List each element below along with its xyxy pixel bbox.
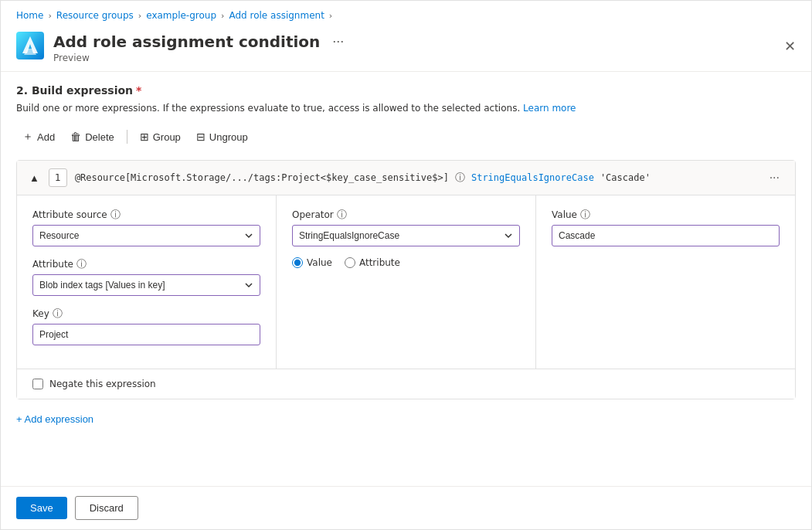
toolbar-divider bbox=[127, 130, 127, 144]
panel-header: Add role assignment condition ··· Previe… bbox=[1, 27, 811, 72]
attribute-group: Attribute ⓘ Blob index tags [Values in k… bbox=[32, 257, 260, 296]
value-label-text: Value bbox=[552, 209, 577, 220]
attribute-select[interactable]: Blob index tags [Values in key] Blob ind… bbox=[32, 274, 260, 296]
main-panel: Home › Resource groups › example-group ›… bbox=[0, 0, 812, 530]
breadcrumb-sep-2: › bbox=[138, 11, 141, 21]
key-group: Key ⓘ bbox=[32, 307, 260, 345]
svg-rect-0 bbox=[16, 32, 44, 59]
breadcrumb-sep-4: › bbox=[329, 11, 332, 21]
key-label: Key ⓘ bbox=[32, 307, 260, 321]
section-header: 2. Build expression * bbox=[16, 84, 796, 97]
attribute-source-select[interactable]: Resource Request Environment bbox=[32, 225, 260, 246]
group-icon: ⊞ bbox=[140, 131, 149, 143]
save-button[interactable]: Save bbox=[16, 497, 67, 519]
expr-code: @Resource[Microsoft.Storage/.../tags:Pro… bbox=[75, 172, 449, 183]
section-description: Build one or more expressions. If the ex… bbox=[16, 101, 796, 115]
panel-title-area: Add role assignment condition ··· Previe… bbox=[53, 32, 796, 63]
add-expression-button[interactable]: + Add expression bbox=[16, 409, 93, 430]
expr-col-left: Attribute source ⓘ Resource Request Envi… bbox=[17, 195, 277, 369]
collapse-button[interactable]: ▲ bbox=[28, 171, 41, 185]
panel-subtitle: Preview bbox=[53, 53, 796, 63]
learn-more-link[interactable]: Learn more bbox=[523, 103, 576, 114]
attribute-source-info-icon[interactable]: ⓘ bbox=[110, 208, 121, 222]
expression-header: ▲ 1 @Resource[Microsoft.Storage/.../tags… bbox=[17, 161, 795, 195]
value-info-icon[interactable]: ⓘ bbox=[580, 208, 590, 222]
radio-value[interactable] bbox=[292, 257, 303, 268]
ungroup-icon: ⊟ bbox=[196, 131, 206, 143]
panel-title: Add role assignment condition ··· bbox=[53, 32, 796, 51]
breadcrumb-example-group[interactable]: example-group bbox=[146, 10, 216, 21]
attribute-source-group: Attribute source ⓘ Resource Request Envi… bbox=[32, 208, 260, 246]
expr-info-icon[interactable]: ⓘ bbox=[455, 171, 465, 185]
operator-label: Operator ⓘ bbox=[292, 208, 520, 222]
panel-footer: Save Discard bbox=[1, 486, 811, 529]
toolbar: ＋ Add 🗑 Delete ⊞ Group ⊟ Ungroup bbox=[16, 126, 796, 148]
radio-attribute-text: Attribute bbox=[359, 257, 400, 268]
section-desc-text: Build one or more expressions. If the ex… bbox=[16, 103, 520, 114]
panel-title-text: Add role assignment condition bbox=[53, 32, 320, 51]
negate-label[interactable]: Negate this expression bbox=[49, 379, 156, 389]
breadcrumb-sep-1: › bbox=[48, 11, 51, 21]
radio-value-label[interactable]: Value bbox=[292, 257, 332, 268]
delete-label: Delete bbox=[85, 131, 114, 143]
expression-more-button[interactable]: ··· bbox=[765, 169, 784, 186]
radio-value-text: Value bbox=[307, 257, 332, 268]
required-indicator: * bbox=[136, 84, 141, 97]
attribute-label: Attribute ⓘ bbox=[32, 257, 260, 271]
close-button[interactable]: ✕ bbox=[781, 35, 799, 58]
expr-value-display: 'Cascade' bbox=[600, 172, 651, 183]
value-input[interactable] bbox=[552, 225, 780, 246]
breadcrumb-sep-3: › bbox=[221, 11, 224, 21]
breadcrumb: Home › Resource groups › example-group ›… bbox=[1, 1, 811, 27]
expression-text: @Resource[Microsoft.Storage/.../tags:Pro… bbox=[75, 171, 757, 185]
add-icon: ＋ bbox=[22, 130, 33, 144]
expr-col-right: Value ⓘ bbox=[536, 195, 795, 369]
negate-row: Negate this expression bbox=[17, 369, 795, 399]
delete-button[interactable]: 🗑 Delete bbox=[64, 127, 121, 147]
attribute-source-label: Attribute source ⓘ bbox=[32, 208, 260, 222]
radio-attribute-label[interactable]: Attribute bbox=[345, 257, 400, 268]
group-button[interactable]: ⊞ Group bbox=[134, 127, 187, 147]
key-info-icon[interactable]: ⓘ bbox=[53, 307, 63, 321]
ungroup-label: Ungroup bbox=[209, 131, 248, 143]
breadcrumb-resource-groups[interactable]: Resource groups bbox=[56, 10, 134, 21]
panel-content: 2. Build expression * Build one or more … bbox=[1, 72, 811, 486]
expr-col-middle: Operator ⓘ StringEqualsIgnoreCase String… bbox=[277, 195, 536, 369]
value-type-group: Value Attribute bbox=[292, 257, 520, 268]
operator-group: Operator ⓘ StringEqualsIgnoreCase String… bbox=[292, 208, 520, 246]
expr-operator-display: StringEqualsIgnoreCase bbox=[471, 172, 594, 183]
expression-container: ▲ 1 @Resource[Microsoft.Storage/.../tags… bbox=[16, 160, 796, 399]
add-label: Add bbox=[37, 131, 55, 143]
group-label: Group bbox=[153, 131, 181, 143]
operator-label-text: Operator bbox=[292, 209, 334, 220]
add-button[interactable]: ＋ Add bbox=[16, 126, 61, 148]
key-input[interactable] bbox=[32, 324, 260, 345]
breadcrumb-home[interactable]: Home bbox=[16, 10, 43, 21]
attribute-label-text: Attribute bbox=[32, 259, 73, 270]
discard-button[interactable]: Discard bbox=[75, 496, 138, 520]
section-header-text: 2. Build expression bbox=[16, 84, 133, 97]
value-label: Value ⓘ bbox=[552, 208, 780, 222]
negate-checkbox[interactable] bbox=[32, 379, 43, 389]
expression-number: 1 bbox=[49, 168, 67, 187]
key-label-text: Key bbox=[32, 308, 49, 319]
operator-select[interactable]: StringEqualsIgnoreCase StringEquals Stri… bbox=[292, 225, 520, 246]
value-group: Value ⓘ bbox=[552, 208, 780, 246]
azure-icon bbox=[16, 32, 44, 59]
expression-body: Attribute source ⓘ Resource Request Envi… bbox=[17, 195, 795, 369]
breadcrumb-add-role[interactable]: Add role assignment bbox=[229, 10, 324, 21]
attribute-source-label-text: Attribute source bbox=[32, 209, 107, 220]
operator-info-icon[interactable]: ⓘ bbox=[337, 208, 347, 222]
delete-icon: 🗑 bbox=[70, 131, 81, 143]
add-expression-label: + Add expression bbox=[16, 413, 93, 425]
attribute-info-icon[interactable]: ⓘ bbox=[76, 257, 87, 271]
ungroup-button[interactable]: ⊟ Ungroup bbox=[190, 127, 254, 147]
panel-more-button[interactable]: ··· bbox=[328, 32, 348, 51]
radio-attribute[interactable] bbox=[345, 257, 355, 268]
